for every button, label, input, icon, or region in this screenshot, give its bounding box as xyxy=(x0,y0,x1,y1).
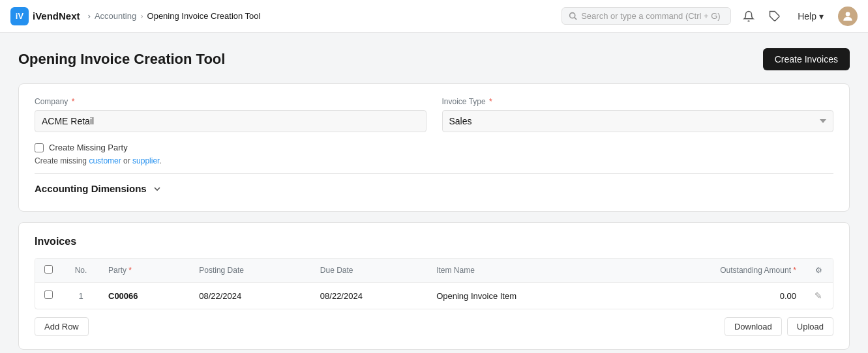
search-icon xyxy=(569,12,577,20)
tag-button[interactable] xyxy=(766,8,783,25)
bell-icon xyxy=(743,10,755,22)
create-missing-party-label[interactable]: Create Missing Party xyxy=(49,143,128,152)
navbar: iV iVendNext › Accounting › Opening Invo… xyxy=(0,0,868,33)
upload-button[interactable]: Upload xyxy=(787,317,833,336)
accounting-dimensions-section[interactable]: Accounting Dimensions xyxy=(35,173,833,198)
row-outstanding-amount: 0.00 xyxy=(620,283,804,309)
select-all-checkbox[interactable] xyxy=(44,265,53,274)
svg-point-3 xyxy=(846,12,850,16)
invoice-type-group: Invoice Type * Sales Purchase xyxy=(442,97,834,132)
row-due-date: 08/22/2024 xyxy=(312,283,428,309)
company-input[interactable] xyxy=(35,110,427,132)
row-item-name: Opening Invoice Item xyxy=(428,283,620,309)
th-posting-date: Posting Date xyxy=(191,259,312,283)
accounting-dimensions-label: Accounting Dimensions xyxy=(35,183,147,194)
table-actions: Download Upload xyxy=(725,317,833,336)
helper-text: Create missing customer or supplier. xyxy=(35,156,833,165)
main-content: Opening Invoice Creation Tool Create Inv… xyxy=(0,33,868,353)
help-button[interactable]: Help ▾ xyxy=(792,8,829,24)
customer-link[interactable]: customer xyxy=(89,156,121,165)
navbar-right: Search or type a command (Ctrl + G) Help… xyxy=(561,7,858,26)
create-missing-party-row: Create Missing Party xyxy=(35,143,833,152)
form-card: Company * Invoice Type * Sales Purchase … xyxy=(18,83,850,212)
row-party: C00066 xyxy=(100,283,191,309)
th-item-name: Item Name xyxy=(428,259,620,283)
search-bar[interactable]: Search or type a command (Ctrl + G) xyxy=(561,7,731,25)
row-posting-date: 08/22/2024 xyxy=(191,283,312,309)
row-edit: ✎ xyxy=(804,283,833,309)
gear-icon: ⚙ xyxy=(815,266,822,275)
th-gear: ⚙ xyxy=(804,259,833,283)
breadcrumb-accounting[interactable]: Accounting xyxy=(95,11,136,21)
breadcrumb: › Accounting › Opening Invoice Creation … xyxy=(88,11,261,21)
download-button[interactable]: Download xyxy=(725,317,782,336)
edit-row-button[interactable]: ✎ xyxy=(812,289,825,302)
notifications-button[interactable] xyxy=(740,8,757,25)
svg-line-1 xyxy=(575,18,576,20)
chevron-down-icon xyxy=(152,184,162,194)
invoice-type-select[interactable]: Sales Purchase xyxy=(442,110,834,132)
supplier-link[interactable]: supplier xyxy=(132,156,159,165)
table-body: 1 C00066 08/22/2024 08/22/2024 Opening I… xyxy=(35,283,833,309)
table-header: No. Party * Posting Date Due Date Item N xyxy=(35,259,833,283)
row-check xyxy=(35,283,61,309)
page-header: Opening Invoice Creation Tool Create Inv… xyxy=(18,48,850,70)
th-outstanding-amount: Outstanding Amount * xyxy=(620,259,804,283)
svg-point-0 xyxy=(570,13,575,18)
th-party: Party * xyxy=(100,259,191,283)
breadcrumb-current: Opening Invoice Creation Tool xyxy=(147,11,261,21)
th-no: No. xyxy=(61,259,100,283)
row-no: 1 xyxy=(61,283,100,309)
breadcrumb-sep0: › xyxy=(88,11,91,21)
brand-name: iVendNext xyxy=(33,10,80,21)
user-icon xyxy=(841,10,854,23)
search-placeholder: Search or type a command (Ctrl + G) xyxy=(581,11,721,21)
breadcrumb-sep1: › xyxy=(140,11,143,21)
th-check xyxy=(35,259,61,283)
company-group: Company * xyxy=(35,97,427,132)
page-title: Opening Invoice Creation Tool xyxy=(18,51,225,68)
table-footer: Add Row Download Upload xyxy=(35,317,833,336)
invoice-type-label: Invoice Type * xyxy=(442,97,834,106)
row-checkbox[interactable] xyxy=(44,290,53,299)
add-row-button[interactable]: Add Row xyxy=(35,317,89,336)
invoices-section-title: Invoices xyxy=(35,236,833,247)
avatar[interactable] xyxy=(838,7,858,26)
create-missing-party-checkbox[interactable] xyxy=(35,143,44,152)
form-row-main: Company * Invoice Type * Sales Purchase xyxy=(35,97,833,132)
create-invoices-button[interactable]: Create Invoices xyxy=(763,48,850,70)
th-due-date: Due Date xyxy=(312,259,428,283)
invoices-table-wrapper: No. Party * Posting Date Due Date Item N xyxy=(35,258,833,309)
invoices-card: Invoices No. Party * xyxy=(18,222,850,350)
brand[interactable]: iV iVendNext xyxy=(10,7,80,25)
company-label: Company * xyxy=(35,97,427,106)
tag-icon xyxy=(769,10,781,22)
invoices-table: No. Party * Posting Date Due Date Item N xyxy=(35,259,833,309)
brand-logo: iV xyxy=(10,7,29,25)
table-row: 1 C00066 08/22/2024 08/22/2024 Opening I… xyxy=(35,283,833,309)
chevron-down-icon: ▾ xyxy=(819,11,824,21)
